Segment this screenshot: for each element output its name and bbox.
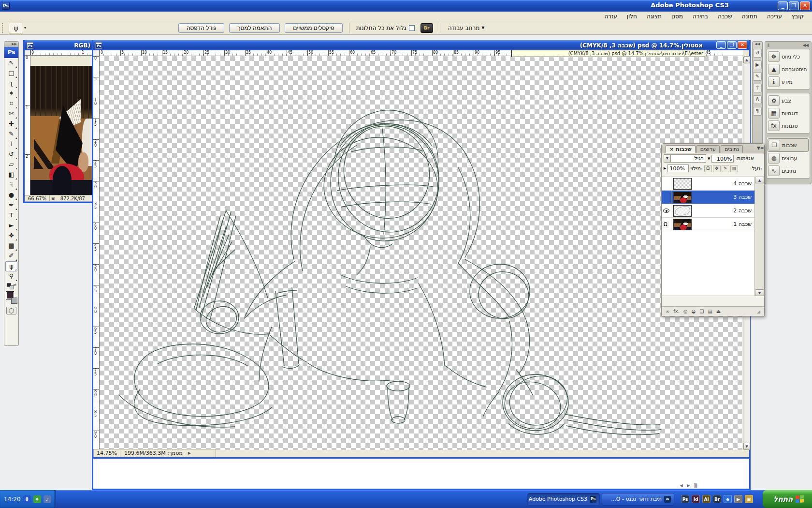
layers-scrollbar[interactable]: ▲ ▼ — [754, 177, 764, 296]
doc-close-button[interactable]: ✕ — [738, 41, 747, 49]
scroll-up-button[interactable]: ▲ — [743, 56, 750, 63]
quick-launch-icon[interactable]: Id — [692, 495, 700, 503]
collapsed-palette-button[interactable]: ¶ — [753, 107, 762, 116]
collapsed-palette-button[interactable]: ✎ — [753, 72, 762, 81]
toolbox-tool-button[interactable]: ʅ — [5, 78, 17, 89]
scroll-down-button[interactable]: ▼ — [755, 289, 764, 296]
palette-menu-icon[interactable]: ▼≡ — [757, 146, 764, 150]
collapsed-palette-button[interactable]: ↺ — [753, 49, 762, 58]
main-doc-titlebar[interactable]: Ps אסטולין.psd @ 14.7% (שכבה 3, CMYK/8) … — [93, 40, 749, 50]
layer-name[interactable]: שכבה 3 — [733, 194, 752, 200]
layers-panel-action-icon[interactable]: ❏ — [699, 309, 704, 314]
toolbox-tool-button[interactable]: ✚ — [5, 119, 17, 129]
toolbox-tool-button[interactable]: ◧ — [5, 170, 17, 180]
palette-resize-grip[interactable]: ◢ — [757, 309, 760, 314]
visibility-toggle[interactable] — [662, 204, 671, 217]
print-size-button[interactable]: גודל הדפסה — [178, 23, 224, 33]
layer-name[interactable]: שכבה 4 — [733, 180, 752, 187]
layers-panel-action-icon[interactable]: ◒ — [692, 309, 696, 314]
toolbox-tool-button[interactable]: ⌗ — [5, 99, 17, 109]
dock-palette-button[interactable]: ❐ שכבות — [768, 138, 809, 152]
color-swatches[interactable] — [6, 291, 17, 304]
zoom-level-field[interactable]: 14.75% — [94, 449, 120, 457]
hand-tool-options-icon[interactable]: ψ — [9, 23, 23, 33]
layers-panel-action-icon[interactable]: ∞ — [666, 309, 669, 314]
layers-panel-action-icon[interactable]: fx. — [673, 309, 680, 314]
actual-pixels-button[interactable]: פיקסלים ממשיים — [285, 23, 342, 33]
quick-launch-icon[interactable]: ▣ — [745, 495, 753, 503]
main-canvas[interactable] — [100, 56, 742, 450]
dock-collapse-icon[interactable]: ◀◀ — [755, 42, 760, 47]
layers-panel-action-icon[interactable]: ▤ — [708, 309, 712, 314]
quick-launch-icon[interactable]: ▶ — [734, 495, 742, 503]
layer-name[interactable]: שכבה 2 — [733, 208, 752, 214]
menu-item[interactable]: עזרה — [600, 12, 621, 21]
lock-button[interactable]: ▨ — [730, 165, 738, 172]
toolbox-tool-button[interactable]: ✎ — [5, 129, 17, 139]
layer-row[interactable]: שכבה 4 — [662, 177, 754, 191]
toolbox-tool-button[interactable]: ⍑ — [5, 139, 17, 149]
photo-canvas[interactable] — [30, 66, 93, 203]
dock-palette-button[interactable]: ✿ צבע — [768, 94, 809, 107]
secondary-doc-titlebar[interactable]: Ps (RGB — [25, 40, 93, 50]
menu-item[interactable]: תצוגה — [642, 12, 666, 21]
dock-palette-button[interactable]: ℹ מידע — [768, 75, 809, 88]
menu-item[interactable]: חלון — [623, 12, 641, 21]
fit-screen-button[interactable]: התאמה למסך — [229, 23, 280, 33]
tray-icon[interactable]: ♪ — [44, 495, 51, 503]
dock-palette-button[interactable]: ∿ נתיבים — [768, 164, 809, 177]
toolbox-tool-button[interactable]: ✒ — [5, 200, 17, 210]
dock-palette-button[interactable]: ▦ דוגמיות — [768, 107, 809, 120]
doc-minimize-button[interactable]: _ — [716, 41, 726, 49]
menu-item[interactable]: מסנן — [667, 12, 687, 21]
scroll-all-windows-checkbox[interactable] — [409, 25, 415, 31]
fill-spinner-icon[interactable]: ▶ — [664, 166, 666, 170]
toolbox-collapse-icon[interactable]: ▶▶ — [4, 42, 18, 47]
lock-button[interactable]: ✥ — [713, 165, 721, 172]
start-button[interactable]: התחל — [763, 490, 812, 508]
toolbox-tool-button[interactable]: ↖ — [5, 58, 17, 68]
menu-item[interactable]: קובץ — [787, 12, 808, 21]
tray-icon[interactable]: 8 — [23, 495, 31, 503]
dock-collapse-icon[interactable]: ◀◀ — [803, 43, 809, 49]
quick-launch-icon[interactable]: Br — [713, 495, 721, 503]
workspace-dropdown[interactable]: ▼ מרחב עבודה — [448, 25, 485, 31]
palette-tab[interactable]: שכבות × — [666, 145, 696, 153]
scroll-down-button[interactable]: ▼ — [743, 443, 750, 450]
bridge-button[interactable]: Br — [420, 23, 433, 33]
close-button[interactable]: ✕ — [800, 1, 810, 10]
lock-button[interactable]: Ω — [704, 165, 712, 172]
background-scrollbar-bits[interactable]: ◀ ▶ ▒ — [680, 483, 698, 488]
toolbox-tool-button[interactable]: ▤ — [5, 241, 17, 251]
opacity-spinner-icon[interactable]: ▼ — [708, 157, 710, 161]
taskbar-task-button[interactable]: ✉ תיבת דואר נכנס - O... — [602, 493, 674, 506]
menu-item[interactable]: עריכה — [763, 12, 786, 21]
scroll-up-button[interactable]: ▲ — [755, 177, 764, 183]
toolbox-tool-button[interactable]: ► — [5, 221, 17, 231]
toolbox-tool-button[interactable]: ● — [5, 190, 17, 200]
toolbox-tool-button[interactable]: ⚲ — [5, 271, 17, 282]
blend-mode-dropdown[interactable]: ▼ רגיל — [664, 154, 706, 163]
toolbox-tool-button[interactable]: ❖ — [5, 231, 17, 241]
layers-panel-action-icon[interactable]: ⏏ — [716, 309, 721, 314]
minimize-button[interactable]: _ — [778, 1, 788, 10]
toolbox-tool-button[interactable]: ▱ — [5, 160, 17, 170]
dock-palette-button[interactable]: ☸ כלי ניווט — [768, 50, 809, 63]
collapsed-palette-button[interactable]: ▶ — [753, 60, 762, 69]
collapsed-palette-button[interactable]: ⍑ — [753, 84, 762, 92]
layer-row[interactable]: שכבה 2 — [662, 204, 754, 218]
toolbox-tool-button[interactable]: □ — [5, 68, 17, 78]
visibility-toggle[interactable] — [662, 191, 671, 204]
layer-thumbnail[interactable] — [673, 219, 692, 230]
default-colors-icon[interactable]: ⇄ — [6, 283, 17, 289]
layers-panel-action-icon[interactable]: ◎ — [683, 309, 688, 314]
menu-item[interactable]: תמונה — [738, 12, 762, 21]
layer-row[interactable]: שכבה 3 — [662, 191, 754, 204]
toolbox-tool-button[interactable]: ✐ — [5, 251, 17, 261]
layer-thumbnail[interactable] — [673, 192, 692, 203]
status-arrow-icon[interactable]: ▶ — [187, 451, 192, 455]
dock-palette-button[interactable]: ▲ היסטוגרמה — [768, 63, 809, 75]
toolbox-tool-button[interactable]: ↺ — [5, 149, 17, 160]
tray-icon[interactable]: ❖ — [33, 495, 41, 503]
quick-launch-icon[interactable]: Ps — [681, 495, 689, 503]
